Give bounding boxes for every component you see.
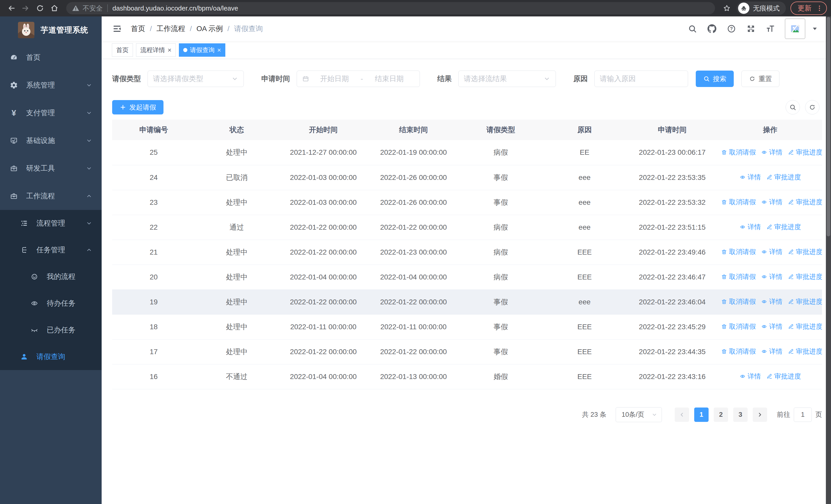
cell-end-time: 2022-01-22 00:00:00 bbox=[369, 215, 459, 240]
create-leave-button[interactable]: 发起请假 bbox=[112, 100, 164, 114]
action-detail-link[interactable]: 详情 bbox=[761, 247, 782, 256]
tab-首页[interactable]: 首页 bbox=[112, 43, 133, 57]
pagination-next-button[interactable] bbox=[753, 408, 767, 422]
action-cancel-link[interactable]: 取消请假 bbox=[721, 297, 756, 306]
action-progress-link[interactable]: 审批进度 bbox=[787, 198, 822, 207]
refresh-table-button[interactable] bbox=[805, 100, 820, 114]
tree-list-icon bbox=[20, 219, 28, 227]
action-cancel-link[interactable]: 取消请假 bbox=[721, 198, 756, 207]
page-button-1[interactable]: 1 bbox=[694, 408, 709, 422]
page-button-2[interactable]: 2 bbox=[714, 408, 728, 422]
bookmark-star-icon[interactable] bbox=[721, 3, 733, 14]
help-icon[interactable]: ? bbox=[726, 24, 737, 34]
close-icon[interactable]: × bbox=[217, 47, 221, 53]
action-progress-link[interactable]: 审批进度 bbox=[787, 297, 822, 306]
cell-leave-type: 婚假 bbox=[459, 364, 543, 389]
leave-type-select[interactable]: 请选择请假类型 bbox=[148, 70, 244, 87]
action-detail-link[interactable]: 详情 bbox=[761, 148, 782, 157]
tab-流程详情[interactable]: 流程详情× bbox=[136, 43, 176, 57]
fullscreen-icon[interactable] bbox=[746, 24, 756, 34]
cell-id: 17 bbox=[112, 339, 195, 364]
sidebar-item-home[interactable]: 首页 bbox=[0, 43, 102, 71]
result-select[interactable]: 请选择流结果 bbox=[458, 70, 556, 87]
sidebar-item-workflow[interactable]: 工作流程 bbox=[0, 182, 102, 210]
sidebar-item-done-tasks[interactable]: 已办任务 bbox=[0, 317, 102, 343]
user-avatar[interactable] bbox=[785, 19, 805, 39]
browser-back-icon[interactable] bbox=[6, 3, 17, 14]
browser-url-bar[interactable]: 不安全 dashboard.yudao.iocoder.cn/bpm/oa/le… bbox=[66, 2, 715, 14]
cell-leave-type: 病假 bbox=[459, 240, 543, 265]
breadcrumb-item[interactable]: 工作流程 bbox=[156, 24, 185, 34]
sidebar-item-process-management[interactable]: 流程管理 bbox=[0, 210, 102, 237]
sidebar-item-infrastructure[interactable]: 基础设施 bbox=[0, 127, 102, 154]
breadcrumb-item[interactable]: 首页 bbox=[131, 24, 145, 34]
page-size-select[interactable]: 10条/页 bbox=[616, 407, 662, 422]
action-cancel-link[interactable]: 取消请假 bbox=[721, 247, 756, 256]
cell-leave-type: 事假 bbox=[459, 190, 543, 215]
github-icon[interactable] bbox=[707, 24, 717, 34]
action-progress-link[interactable]: 审批进度 bbox=[766, 173, 801, 182]
action-progress-link[interactable]: 审批进度 bbox=[787, 322, 822, 331]
browser-reload-icon[interactable] bbox=[34, 3, 46, 14]
page-button-3[interactable]: 3 bbox=[733, 408, 748, 422]
sidebar-collapse-icon[interactable] bbox=[112, 24, 122, 34]
font-size-icon[interactable] bbox=[765, 24, 776, 34]
view-icon bbox=[739, 224, 746, 230]
leave-table: 申请编号状态开始时间结束时间请假类型原因申请时间操作 25处理中2021-12-… bbox=[112, 120, 822, 389]
action-cancel-link[interactable]: 取消请假 bbox=[721, 322, 756, 331]
action-detail-link[interactable]: 详情 bbox=[761, 198, 782, 207]
action-cancel-link[interactable]: 取消请假 bbox=[721, 148, 756, 157]
search-icon[interactable] bbox=[687, 24, 697, 34]
cell-reason: EE bbox=[543, 140, 626, 165]
action-progress-link[interactable]: 审批进度 bbox=[787, 148, 822, 157]
search-button[interactable]: 搜索 bbox=[696, 70, 734, 87]
action-cancel-link[interactable]: 取消请假 bbox=[721, 272, 756, 281]
action-detail-link[interactable]: 详情 bbox=[761, 297, 782, 306]
action-cancel-link[interactable]: 取消请假 bbox=[721, 347, 756, 356]
sidebar-item-todo-tasks[interactable]: 待办任务 bbox=[0, 290, 102, 317]
browser-scrollbar[interactable] bbox=[826, 17, 831, 504]
scrollbar-thumb[interactable] bbox=[827, 17, 830, 236]
action-progress-link[interactable]: 审批进度 bbox=[766, 223, 801, 232]
browser-menu-dots-icon[interactable] bbox=[815, 3, 823, 14]
sidebar-item-label: 支付管理 bbox=[26, 108, 55, 118]
close-icon[interactable]: × bbox=[168, 47, 171, 53]
warning-icon bbox=[72, 4, 80, 12]
action-progress-link[interactable]: 审批进度 bbox=[787, 347, 822, 356]
cell-actions: 取消请假详情审批进度 bbox=[718, 240, 822, 265]
sidebar-item-system-management[interactable]: 系统管理 bbox=[0, 71, 102, 99]
tab-请假查询[interactable]: 请假查询× bbox=[179, 43, 225, 57]
sidebar-item-payment-management[interactable]: ¥支付管理 bbox=[0, 99, 102, 127]
update-button[interactable]: 更新 bbox=[791, 2, 827, 15]
sidebar-item-task-management[interactable]: 任务管理 bbox=[0, 237, 102, 263]
reason-input[interactable]: 请输入原因 bbox=[594, 70, 688, 87]
breadcrumb-item[interactable]: OA 示例 bbox=[197, 24, 223, 34]
toggle-search-button[interactable] bbox=[785, 100, 800, 114]
cell-id: 18 bbox=[112, 314, 195, 339]
action-detail-link[interactable]: 详情 bbox=[739, 173, 761, 182]
action-detail-link[interactable]: 详情 bbox=[761, 347, 782, 356]
sidebar-item-dev-tools[interactable]: 研发工具 bbox=[0, 154, 102, 182]
caret-down-icon[interactable] bbox=[811, 25, 818, 32]
reset-button[interactable]: 重置 bbox=[741, 70, 779, 87]
action-detail-link[interactable]: 详情 bbox=[739, 223, 761, 232]
cell-leave-type: 病假 bbox=[459, 265, 543, 290]
apply-time-range-picker[interactable]: 开始日期 - 结束日期 bbox=[297, 70, 420, 87]
action-progress-link[interactable]: 审批进度 bbox=[766, 372, 801, 381]
cell-apply-time: 2022-01-22 23:46:47 bbox=[626, 265, 719, 290]
action-detail-link[interactable]: 详情 bbox=[739, 372, 761, 381]
pagination-prev-button[interactable] bbox=[675, 408, 689, 422]
action-progress-link[interactable]: 审批进度 bbox=[787, 247, 822, 256]
browser-home-icon[interactable] bbox=[49, 3, 60, 14]
action-detail-link[interactable]: 详情 bbox=[761, 272, 782, 281]
sidebar-item-leave-query[interactable]: 请假查询 bbox=[0, 343, 102, 370]
cell-start-time: 2022-01-22 00:00:00 bbox=[278, 290, 368, 314]
top-navbar: 首页/工作流程/OA 示例/请假查询 ? bbox=[102, 17, 826, 41]
logo[interactable]: 芋道管理系统 bbox=[0, 17, 102, 43]
action-progress-link[interactable]: 审批进度 bbox=[787, 272, 822, 281]
goto-page-input[interactable] bbox=[794, 408, 812, 422]
sidebar-item-my-process[interactable]: 我的流程 bbox=[0, 263, 102, 290]
cell-leave-type: 事假 bbox=[459, 165, 543, 190]
browser-forward-icon[interactable] bbox=[20, 3, 31, 14]
action-detail-link[interactable]: 详情 bbox=[761, 322, 782, 331]
